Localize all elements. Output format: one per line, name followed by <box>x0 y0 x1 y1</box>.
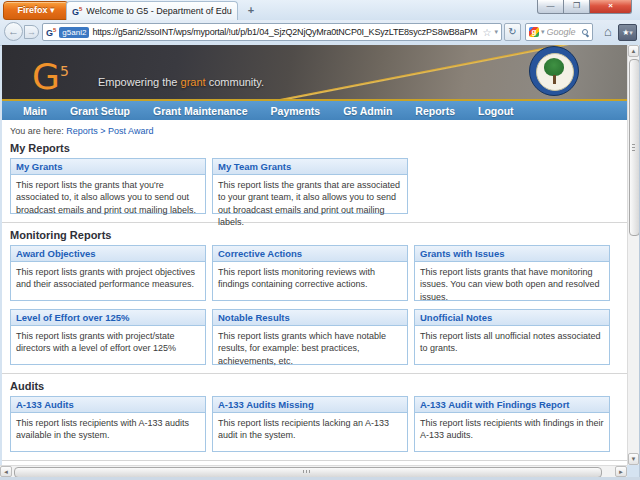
report-card: A-133 AuditsThis report lists recipients… <box>10 396 206 452</box>
report-card-description: This report lists all unofficial notes a… <box>415 326 609 355</box>
report-card-description: This report lists recipients with A-133 … <box>11 413 205 442</box>
chevron-down-icon: ▾ <box>50 5 55 15</box>
breadcrumb-prefix: You are here: <box>10 126 64 136</box>
report-card: Grants with IssuesThis report lists gran… <box>414 245 610 301</box>
report-card-title-link[interactable]: Notable Results <box>213 310 407 326</box>
report-card-description: This report lists grants with project/st… <box>11 326 205 355</box>
nav-item-grant-maintenance[interactable]: Grant Maintenance <box>153 105 248 117</box>
report-card-description: This report lists the grants that are as… <box>213 175 407 229</box>
window-controls: — ❒ × <box>537 0 632 14</box>
browser-window: Firefox ▾ G5 Welcome to G5 - Department … <box>0 0 640 480</box>
home-button[interactable]: ⌂ <box>600 22 616 41</box>
scroll-up-icon[interactable]: ▲ <box>628 45 639 57</box>
scroll-down-icon[interactable]: ▼ <box>628 453 639 465</box>
active-tab[interactable]: G5 Welcome to G5 - Department of Educati… <box>66 1 238 20</box>
report-card: Unofficial NotesThis report lists all un… <box>414 309 610 365</box>
card-grid: My GrantsThis report lists the grants th… <box>2 154 627 214</box>
section-heading: My Reports <box>10 142 627 154</box>
search-icon[interactable] <box>582 29 589 36</box>
site-domain-chip[interactable]: g5ani2 <box>59 27 89 38</box>
department-of-education-seal-icon <box>529 46 579 96</box>
section-divider <box>2 460 627 461</box>
reload-button[interactable]: ↻ <box>504 23 521 41</box>
scroll-right-icon[interactable]: ► <box>615 466 627 477</box>
bookmark-star-icon[interactable]: ☆ <box>483 27 492 38</box>
banner-tagline: Empowering the grant community. <box>98 76 264 88</box>
close-button[interactable]: × <box>590 0 632 14</box>
section-heading: Audits <box>10 380 627 392</box>
report-card-description: This report lists grants which have nota… <box>213 326 407 367</box>
nav-item-g5-admin[interactable]: G5 Admin <box>343 105 392 117</box>
breadcrumb-separator: > <box>100 126 105 136</box>
nav-item-logout[interactable]: Logout <box>478 105 514 117</box>
forward-button[interactable]: → <box>24 25 39 39</box>
horizontal-scrollbar[interactable]: ◄ ► <box>0 465 627 477</box>
report-card-description: This report lists the grants that you're… <box>11 175 205 216</box>
main-nav: MainGrant SetupGrant MaintenancePayments… <box>2 101 627 120</box>
vertical-scrollbar[interactable]: ▲ ▼ <box>627 45 639 465</box>
report-card: Award ObjectivesThis report lists grants… <box>10 245 206 301</box>
firefox-menu-button[interactable]: Firefox ▾ <box>3 1 69 20</box>
report-card-title-link[interactable]: My Grants <box>11 159 205 175</box>
report-card: A-133 Audits MissingThis report lists re… <box>212 396 408 452</box>
url-dropdown-icon[interactable]: ▾ <box>494 28 498 36</box>
report-card-description: This report lists monitoring reviews wit… <box>213 262 407 291</box>
report-card-title-link[interactable]: Corrective Actions <box>213 246 407 262</box>
firefox-menu-label: Firefox <box>17 5 47 15</box>
tab-title: Welcome to G5 - Department of Educati... <box>86 6 232 16</box>
card-grid: Award ObjectivesThis report lists grants… <box>2 241 627 365</box>
url-bar[interactable]: G5 g5ani2 https://g5ani2/ssoINT/wps/mypo… <box>42 23 502 41</box>
report-card: My Team GrantsThis report lists the gran… <box>212 158 408 214</box>
section-divider <box>2 373 627 374</box>
report-card: A-133 Audit with Findings ReportThis rep… <box>414 396 610 452</box>
report-card-title-link[interactable]: My Team Grants <box>213 159 407 175</box>
back-button[interactable]: ← <box>4 22 23 41</box>
section-heading: Monitoring Reports <box>10 229 627 241</box>
report-card-title-link[interactable]: A-133 Audits Missing <box>213 397 407 413</box>
nav-item-main[interactable]: Main <box>23 105 47 117</box>
report-card-description: This report lists grants with project ob… <box>11 262 205 291</box>
search-box[interactable]: g ▾ Google <box>525 23 593 41</box>
report-card-description: This report lists recipients with findin… <box>415 413 609 442</box>
report-card-title-link[interactable]: Award Objectives <box>11 246 205 262</box>
report-card: My GrantsThis report lists the grants th… <box>10 158 206 214</box>
tab-strip: Firefox ▾ G5 Welcome to G5 - Department … <box>0 0 640 20</box>
url-text[interactable]: https://g5ani2/ssoINT/wps/myportal/!ut/p… <box>92 27 479 37</box>
report-card-title-link[interactable]: A-133 Audits <box>11 397 205 413</box>
report-card: Notable ResultsThis report lists grants … <box>212 309 408 365</box>
report-card-title-link[interactable]: Level of Effort over 125% <box>11 310 205 326</box>
g5-logo: G5 <box>32 47 69 99</box>
search-input[interactable]: Google <box>547 27 580 37</box>
breadcrumb-link-reports[interactable]: Reports <box>66 126 98 136</box>
report-card: Corrective ActionsThis report lists moni… <box>212 245 408 301</box>
report-card-description: This report lists grants that have monit… <box>415 262 609 303</box>
report-card: Level of Effort over 125%This report lis… <box>10 309 206 365</box>
report-card-title-link[interactable]: Grants with Issues <box>415 246 609 262</box>
nav-item-payments[interactable]: Payments <box>271 105 321 117</box>
g5-site-banner: G5 Empowering the grant community. <box>2 45 627 99</box>
google-icon: g <box>529 27 539 37</box>
bookmarks-menu-button[interactable]: ★▾ <box>618 24 637 41</box>
page-content: You are here: Reports > Post Award My Re… <box>2 120 627 465</box>
site-identity-icon[interactable]: G5 <box>46 26 56 38</box>
minimize-button[interactable]: — <box>537 0 564 14</box>
breadcrumb: You are here: Reports > Post Award <box>2 120 627 136</box>
scroll-left-icon[interactable]: ◄ <box>0 466 12 477</box>
maximize-button[interactable]: ❒ <box>564 0 590 14</box>
nav-item-reports[interactable]: Reports <box>415 105 455 117</box>
report-card-title-link[interactable]: A-133 Audit with Findings Report <box>415 397 609 413</box>
report-card-description: This report lists recipients lacking an … <box>213 413 407 442</box>
card-grid: A-133 AuditsThis report lists recipients… <box>2 392 627 452</box>
g5-favicon-icon: G5 <box>72 5 82 17</box>
breadcrumb-link-post-award[interactable]: Post Award <box>108 126 153 136</box>
new-tab-button[interactable]: + <box>242 4 260 18</box>
nav-item-grant-setup[interactable]: Grant Setup <box>70 105 130 117</box>
report-sections: My ReportsMy GrantsThis report lists the… <box>2 142 627 465</box>
report-card-title-link[interactable]: Unofficial Notes <box>415 310 609 326</box>
search-engine-dropdown-icon[interactable]: ▾ <box>541 28 545 36</box>
